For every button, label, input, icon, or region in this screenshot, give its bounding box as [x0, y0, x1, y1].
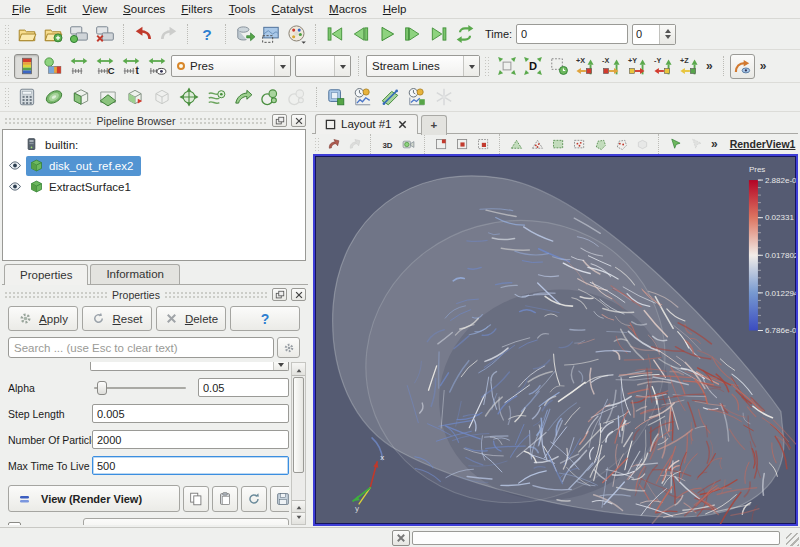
help-button[interactable]: ? — [230, 306, 300, 331]
menu-file[interactable]: File — [4, 1, 39, 17]
search-input[interactable] — [8, 337, 274, 358]
reset-button[interactable]: Reset — [82, 306, 152, 331]
frame-spinbox[interactable] — [632, 24, 676, 45]
pipeline-item-extract-surface[interactable]: ExtractSurface1 — [3, 176, 305, 197]
disconnect-button[interactable] — [92, 22, 117, 47]
vt-zoom-data-button[interactable] — [452, 135, 472, 153]
toolbar-overflow-button[interactable]: » — [756, 59, 771, 73]
axis-plus-y-button[interactable]: +Y — [624, 54, 649, 79]
plot-over-time-button[interactable] — [350, 85, 376, 109]
rescale-temporal-button[interactable]: t — [118, 54, 143, 79]
vt-sel-frustum-points-button[interactable] — [569, 135, 589, 153]
rescale-visible-button[interactable] — [144, 54, 169, 79]
search-options-button[interactable] — [277, 337, 300, 358]
menu-macros[interactable]: Macros — [321, 1, 375, 17]
menu-view[interactable]: View — [74, 1, 115, 17]
vt-zoom-box-button[interactable] — [431, 135, 451, 153]
tab-information[interactable]: Information — [90, 264, 180, 284]
plot-selection-time-button[interactable] — [404, 85, 430, 109]
vt-sel-polygon-cells-button[interactable] — [590, 135, 610, 153]
frame-input[interactable] — [633, 26, 659, 43]
dock-close-button[interactable] — [291, 288, 306, 301]
copy-view-properties-button[interactable] — [183, 486, 209, 512]
vt-adjust-camera-button[interactable] — [398, 135, 418, 153]
paste-view-properties-button[interactable] — [212, 486, 238, 512]
clipped-combo[interactable] — [90, 362, 289, 371]
vcr-prev-button[interactable] — [348, 22, 373, 47]
menu-catalyst[interactable]: Catalyst — [263, 1, 321, 17]
color-component-combo[interactable] — [295, 55, 351, 77]
visibility-eye-icon[interactable] — [7, 159, 24, 173]
dock-float-button[interactable] — [272, 114, 287, 127]
vt-sel-block-button[interactable] — [632, 135, 652, 153]
scroll-down-button[interactable] — [292, 512, 305, 524]
dock-close-button[interactable] — [291, 114, 306, 127]
properties-scrollbar[interactable] — [291, 362, 306, 525]
contour-button[interactable] — [41, 85, 67, 109]
palette-button[interactable] — [284, 22, 309, 47]
resize-grip[interactable] — [786, 533, 799, 546]
view-selector-button[interactable]: View (Render View) — [8, 485, 180, 512]
extract-subset-button[interactable] — [149, 85, 175, 109]
group-datasets-button[interactable] — [257, 85, 283, 109]
clip-button[interactable] — [68, 85, 94, 109]
vcr-next-button[interactable] — [400, 22, 425, 47]
pipeline-item-disk-out-ref[interactable]: disk_out_ref.ex2 — [3, 155, 305, 176]
dock-float-button[interactable] — [272, 288, 287, 301]
apply-button[interactable]: Apply — [8, 306, 78, 331]
time-input[interactable] — [516, 24, 628, 44]
colormap-button[interactable] — [14, 54, 39, 79]
vt-interact-2-button[interactable] — [344, 135, 364, 153]
color-array-combo[interactable]: Pres — [171, 55, 291, 77]
camera-toggle-button[interactable] — [730, 54, 755, 79]
scroll-up-button-2[interactable] — [292, 500, 305, 512]
vt-sel-polygon-points-button[interactable] — [611, 135, 631, 153]
threshold-button[interactable] — [122, 85, 148, 109]
alpha-input[interactable] — [198, 378, 289, 397]
vt-sel-points-button[interactable] — [527, 135, 547, 153]
axis-plus-x-button[interactable]: +X — [572, 54, 597, 79]
stream-tracer-button[interactable] — [203, 85, 229, 109]
axes-grid-checkbox[interactable] — [8, 522, 21, 525]
ungroup-button[interactable] — [284, 85, 310, 109]
vt-interactive-cells-button[interactable] — [665, 135, 685, 153]
render-viewport[interactable]: Pres2.882e-020.023310.0178020.0122946.78… — [313, 154, 798, 526]
zoom-closest-button[interactable] — [546, 54, 571, 79]
vcr-first-button[interactable] — [322, 22, 347, 47]
abort-progress-button[interactable] — [392, 530, 410, 546]
vt-zoom-sel-button[interactable] — [473, 135, 493, 153]
rescale-data-button[interactable] — [66, 54, 91, 79]
vt-sel-frustum-cells-button[interactable] — [548, 135, 568, 153]
vcr-play-button[interactable] — [374, 22, 399, 47]
vt-sel-cells-button[interactable] — [506, 135, 526, 153]
extract-selection-button[interactable] — [323, 85, 349, 109]
auto-apply-button[interactable] — [232, 22, 257, 47]
menu-tools[interactable]: Tools — [221, 1, 264, 17]
axis-plus-z-button[interactable]: +Z — [676, 54, 701, 79]
color-legend[interactable]: Pres2.882e-020.023310.0178020.0122946.78… — [749, 165, 796, 335]
menu-help[interactable]: Help — [375, 1, 415, 17]
save-data-button[interactable] — [40, 22, 65, 47]
calculator-button[interactable] — [14, 85, 40, 109]
axes-grid-edit-button[interactable]: Edit — [83, 518, 289, 525]
warp-button[interactable] — [230, 85, 256, 109]
slider-handle[interactable] — [97, 381, 107, 395]
vt-interact-button[interactable] — [323, 135, 343, 153]
connect-button[interactable] — [66, 22, 91, 47]
redo-button[interactable] — [156, 22, 181, 47]
vcr-loop-button[interactable] — [452, 22, 477, 47]
open-button[interactable] — [14, 22, 39, 47]
frame-spin-buttons[interactable] — [659, 25, 675, 44]
spin-up-icon[interactable] — [665, 26, 671, 33]
layout-tab[interactable]: Layout #1 — [315, 114, 418, 134]
edit-colormap-button[interactable] — [40, 54, 65, 79]
pipeline-item-builtin[interactable]: builtin: — [3, 134, 305, 155]
restore-defaults-button[interactable] — [241, 486, 267, 512]
scroll-up-button[interactable] — [292, 363, 305, 376]
tab-close-icon[interactable] — [397, 119, 408, 130]
vt-interactive-points-button[interactable] — [686, 135, 706, 153]
undo-button[interactable] — [130, 22, 155, 47]
tab-properties[interactable]: Properties — [4, 264, 88, 285]
vt-3d-button[interactable]: 3D — [377, 135, 397, 153]
render-view-name[interactable]: RenderView1 — [722, 138, 800, 150]
